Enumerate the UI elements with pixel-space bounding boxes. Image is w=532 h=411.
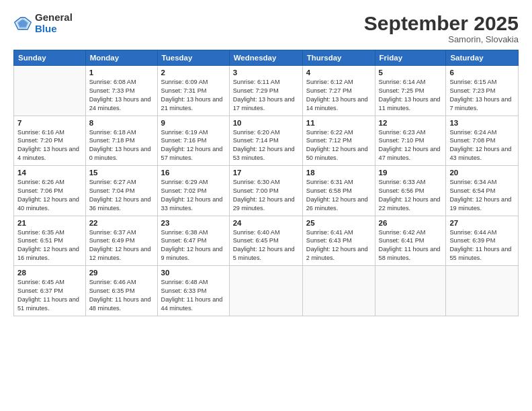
day-info: Sunrise: 6:16 AM Sunset: 7:20 PM Dayligh… xyxy=(17,128,82,163)
day-number: 22 xyxy=(89,219,154,227)
day-info: Sunrise: 6:15 AM Sunset: 7:23 PM Dayligh… xyxy=(449,78,515,113)
col-saturday: Saturday xyxy=(446,50,519,66)
table-row: 29Sunrise: 6:46 AM Sunset: 6:35 PM Dayli… xyxy=(85,266,157,316)
day-number: 28 xyxy=(17,269,82,277)
day-info: Sunrise: 6:14 AM Sunset: 7:25 PM Dayligh… xyxy=(379,78,443,113)
table-row: 17Sunrise: 6:30 AM Sunset: 7:00 PM Dayli… xyxy=(229,166,302,216)
table-row: 27Sunrise: 6:44 AM Sunset: 6:39 PM Dayli… xyxy=(446,216,519,266)
day-number: 17 xyxy=(233,169,299,177)
day-number: 26 xyxy=(379,219,443,227)
day-info: Sunrise: 6:26 AM Sunset: 7:06 PM Dayligh… xyxy=(17,178,82,213)
table-row: 3Sunrise: 6:11 AM Sunset: 7:29 PM Daylig… xyxy=(229,66,302,116)
day-info: Sunrise: 6:37 AM Sunset: 6:49 PM Dayligh… xyxy=(89,228,154,263)
day-info: Sunrise: 6:11 AM Sunset: 7:29 PM Dayligh… xyxy=(233,78,299,113)
logo-text: General Blue xyxy=(35,12,73,34)
day-info: Sunrise: 6:12 AM Sunset: 7:27 PM Dayligh… xyxy=(306,78,371,113)
day-number: 24 xyxy=(233,219,299,227)
logo-icon xyxy=(13,14,32,33)
table-row: 25Sunrise: 6:41 AM Sunset: 6:43 PM Dayli… xyxy=(302,216,375,266)
table-row: 11Sunrise: 6:22 AM Sunset: 7:12 PM Dayli… xyxy=(302,116,375,166)
logo: General Blue xyxy=(13,12,73,34)
day-info: Sunrise: 6:40 AM Sunset: 6:45 PM Dayligh… xyxy=(233,228,299,263)
day-info: Sunrise: 6:24 AM Sunset: 7:08 PM Dayligh… xyxy=(449,128,515,163)
table-row xyxy=(446,266,519,316)
day-info: Sunrise: 6:08 AM Sunset: 7:33 PM Dayligh… xyxy=(89,78,154,113)
day-number: 2 xyxy=(161,68,226,77)
day-number: 16 xyxy=(161,169,226,177)
calendar-week-row: 14Sunrise: 6:26 AM Sunset: 7:06 PM Dayli… xyxy=(14,166,519,216)
table-row: 6Sunrise: 6:15 AM Sunset: 7:23 PM Daylig… xyxy=(446,66,519,116)
day-number: 13 xyxy=(449,119,515,127)
day-number: 4 xyxy=(306,68,371,77)
day-number: 20 xyxy=(449,169,515,177)
day-number: 29 xyxy=(89,269,154,277)
table-row: 8Sunrise: 6:18 AM Sunset: 7:18 PM Daylig… xyxy=(85,116,157,166)
table-row: 14Sunrise: 6:26 AM Sunset: 7:06 PM Dayli… xyxy=(14,166,86,216)
table-row: 10Sunrise: 6:20 AM Sunset: 7:14 PM Dayli… xyxy=(229,116,302,166)
day-number: 15 xyxy=(89,169,154,177)
day-info: Sunrise: 6:31 AM Sunset: 6:58 PM Dayligh… xyxy=(306,178,371,213)
day-number: 12 xyxy=(379,119,443,127)
day-info: Sunrise: 6:46 AM Sunset: 6:35 PM Dayligh… xyxy=(89,278,154,313)
day-info: Sunrise: 6:19 AM Sunset: 7:16 PM Dayligh… xyxy=(161,128,226,163)
day-info: Sunrise: 6:38 AM Sunset: 6:47 PM Dayligh… xyxy=(161,228,226,263)
table-row: 19Sunrise: 6:33 AM Sunset: 6:56 PM Dayli… xyxy=(375,166,446,216)
day-number: 7 xyxy=(17,119,82,127)
day-number: 5 xyxy=(379,68,443,77)
day-number: 18 xyxy=(306,169,371,177)
day-info: Sunrise: 6:30 AM Sunset: 7:00 PM Dayligh… xyxy=(233,178,299,213)
header: General Blue September 2025 Samorin, Slo… xyxy=(13,12,519,44)
day-number: 21 xyxy=(17,219,82,227)
table-row xyxy=(302,266,375,316)
day-number: 27 xyxy=(449,219,515,227)
day-number: 3 xyxy=(233,68,299,77)
day-info: Sunrise: 6:42 AM Sunset: 6:41 PM Dayligh… xyxy=(379,228,443,263)
table-row: 23Sunrise: 6:38 AM Sunset: 6:47 PM Dayli… xyxy=(157,216,229,266)
table-row: 15Sunrise: 6:27 AM Sunset: 7:04 PM Dayli… xyxy=(85,166,157,216)
month-title: September 2025 xyxy=(364,12,519,34)
day-info: Sunrise: 6:27 AM Sunset: 7:04 PM Dayligh… xyxy=(89,178,154,213)
table-row: 2Sunrise: 6:09 AM Sunset: 7:31 PM Daylig… xyxy=(157,66,229,116)
calendar-week-row: 28Sunrise: 6:45 AM Sunset: 6:37 PM Dayli… xyxy=(14,266,519,316)
table-row: 21Sunrise: 6:35 AM Sunset: 6:51 PM Dayli… xyxy=(14,216,86,266)
day-info: Sunrise: 6:09 AM Sunset: 7:31 PM Dayligh… xyxy=(161,78,226,113)
table-row xyxy=(14,66,86,116)
logo-general-label: General xyxy=(35,12,73,24)
calendar-week-row: 7Sunrise: 6:16 AM Sunset: 7:20 PM Daylig… xyxy=(14,116,519,166)
calendar-week-row: 21Sunrise: 6:35 AM Sunset: 6:51 PM Dayli… xyxy=(14,216,519,266)
calendar-header-row: Sunday Monday Tuesday Wednesday Thursday… xyxy=(14,50,519,66)
col-sunday: Sunday xyxy=(14,50,86,66)
day-number: 9 xyxy=(161,119,226,127)
day-info: Sunrise: 6:48 AM Sunset: 6:33 PM Dayligh… xyxy=(161,278,226,313)
table-row: 12Sunrise: 6:23 AM Sunset: 7:10 PM Dayli… xyxy=(375,116,446,166)
day-number: 19 xyxy=(379,169,443,177)
table-row: 18Sunrise: 6:31 AM Sunset: 6:58 PM Dayli… xyxy=(302,166,375,216)
location-subtitle: Samorin, Slovakia xyxy=(364,34,519,44)
day-info: Sunrise: 6:35 AM Sunset: 6:51 PM Dayligh… xyxy=(17,228,82,263)
day-info: Sunrise: 6:33 AM Sunset: 6:56 PM Dayligh… xyxy=(379,178,443,213)
day-info: Sunrise: 6:29 AM Sunset: 7:02 PM Dayligh… xyxy=(161,178,226,213)
table-row: 7Sunrise: 6:16 AM Sunset: 7:20 PM Daylig… xyxy=(14,116,86,166)
day-info: Sunrise: 6:34 AM Sunset: 6:54 PM Dayligh… xyxy=(449,178,515,213)
day-info: Sunrise: 6:20 AM Sunset: 7:14 PM Dayligh… xyxy=(233,128,299,163)
page: General Blue September 2025 Samorin, Slo… xyxy=(0,0,532,411)
day-number: 25 xyxy=(306,219,371,227)
table-row xyxy=(229,266,302,316)
day-number: 1 xyxy=(89,68,154,77)
table-row: 22Sunrise: 6:37 AM Sunset: 6:49 PM Dayli… xyxy=(85,216,157,266)
day-info: Sunrise: 6:18 AM Sunset: 7:18 PM Dayligh… xyxy=(89,128,154,163)
day-number: 14 xyxy=(17,169,82,177)
day-number: 8 xyxy=(89,119,154,127)
table-row: 16Sunrise: 6:29 AM Sunset: 7:02 PM Dayli… xyxy=(157,166,229,216)
day-number: 6 xyxy=(449,68,515,77)
table-row: 26Sunrise: 6:42 AM Sunset: 6:41 PM Dayli… xyxy=(375,216,446,266)
col-tuesday: Tuesday xyxy=(157,50,229,66)
table-row: 28Sunrise: 6:45 AM Sunset: 6:37 PM Dayli… xyxy=(14,266,86,316)
col-thursday: Thursday xyxy=(302,50,375,66)
day-info: Sunrise: 6:22 AM Sunset: 7:12 PM Dayligh… xyxy=(306,128,371,163)
table-row: 9Sunrise: 6:19 AM Sunset: 7:16 PM Daylig… xyxy=(157,116,229,166)
day-number: 10 xyxy=(233,119,299,127)
day-number: 11 xyxy=(306,119,371,127)
day-info: Sunrise: 6:45 AM Sunset: 6:37 PM Dayligh… xyxy=(17,278,82,313)
calendar-week-row: 1Sunrise: 6:08 AM Sunset: 7:33 PM Daylig… xyxy=(14,66,519,116)
